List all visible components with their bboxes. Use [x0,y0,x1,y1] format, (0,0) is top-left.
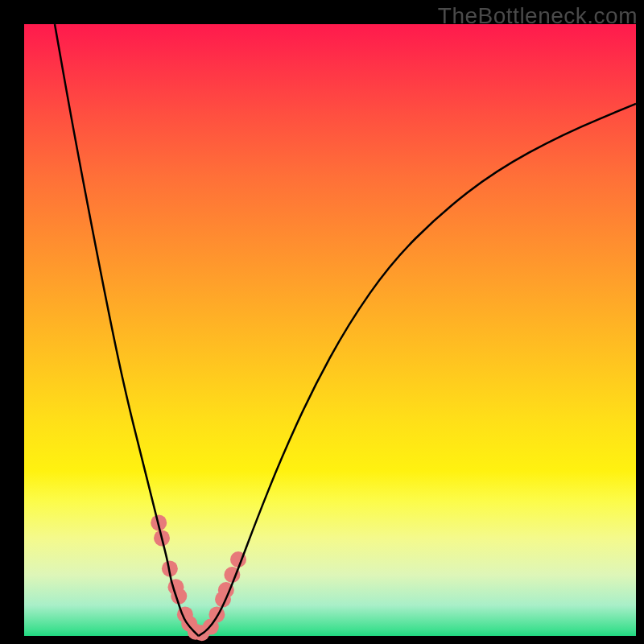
chart-marker [208,606,225,622]
watermark-text: TheBottleneck.com [438,3,638,29]
chart-markers [151,514,246,641]
bottleneck-curve-left [55,24,199,636]
bottleneck-curve-right [199,104,636,636]
curve-svg [24,24,636,636]
chart-frame: TheBottleneck.com [0,0,644,644]
plot-area [24,24,636,636]
